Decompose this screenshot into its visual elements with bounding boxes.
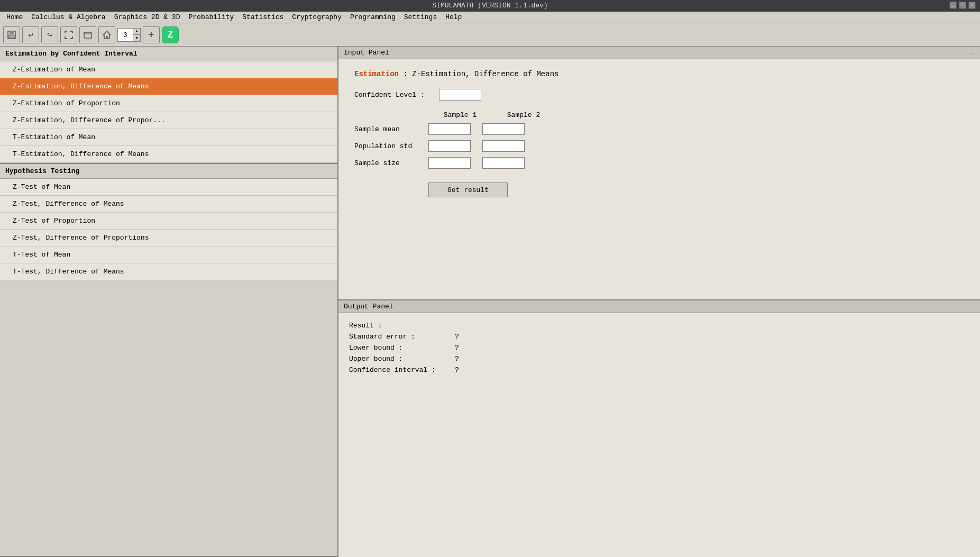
input-panel-title: Input Panel [344,49,389,57]
estimation-item-3[interactable]: Z-Estimation, Difference of Propor... [0,112,337,129]
title-bar: SIMULAMATH (VERSION 1.1.dev) _ □ ✕ [0,0,980,12]
sample-mean-label: Sample mean [354,125,428,133]
hypothesis-items: Z-Test of Mean Z-Test, Difference of Mea… [0,179,337,280]
input-panel-content: Estimation : Z-Estimation, Difference of… [338,59,980,299]
sample2-header: Sample 2 [492,111,555,119]
page-number-input[interactable]: 3 [118,29,133,41]
output-panel-minimize-icon[interactable]: — [971,304,975,310]
estimation-item-0[interactable]: Z-Estimation of Mean [0,61,337,78]
input-panel: Input Panel — Estimation : Z-Estimation,… [338,47,980,300]
fullscreen-icon [64,30,74,40]
result-header-row: Result : [349,322,969,330]
redo-button[interactable]: ↪ [41,26,58,43]
save-button[interactable] [3,26,20,43]
undo-button[interactable]: ↩ [22,26,39,43]
svg-rect-2 [9,35,14,38]
menu-probability[interactable]: Probability [184,12,238,22]
population-std-input-1[interactable] [428,140,471,152]
sample1-header: Sample 1 [428,111,492,119]
save-icon [6,30,17,40]
sample-size-row: Sample size [354,157,964,169]
estimation-form-title: Estimation : Z-Estimation, Difference of… [354,70,964,78]
svg-marker-5 [103,31,111,39]
svg-rect-3 [84,32,91,38]
estimation-section: Estimation by Confident Interval Z-Estim… [0,47,337,164]
toolbar: ↩ ↪ 3 ▲ ▼ + Z [0,23,980,47]
hypothesis-item-5[interactable]: T-Test, Difference of Means [0,263,337,280]
window-button[interactable] [79,26,96,43]
output-panel-content: Result : Standard error : ? Lower bound … [338,313,980,557]
hypothesis-item-1[interactable]: Z-Test, Difference of Means [0,196,337,213]
menu-cryptography[interactable]: Cryptography [288,12,346,22]
population-std-label: Population std [354,142,428,150]
home-icon [102,30,112,40]
hypothesis-item-0[interactable]: Z-Test of Mean [0,179,337,196]
redo-icon: ↪ [47,30,52,40]
estimation-section-header: Estimation by Confident Interval [0,47,337,61]
spinbox-arrows: ▲ ▼ [133,29,140,41]
svg-rect-1 [10,31,14,34]
output-panel: Output Panel — Result : Standard error :… [338,300,980,557]
minimize-button[interactable]: _ [949,2,957,9]
hypothesis-item-3[interactable]: Z-Test, Difference of Proportions [0,230,337,246]
app-title: SIMULAMATH (VERSION 1.1.dev) [432,2,547,10]
menu-bar: Home Calculus & Algebra Graphics 2D & 3D… [0,12,980,23]
sample-size-input-1[interactable] [428,157,471,169]
estimation-separator: : [403,70,412,78]
spin-down-button[interactable]: ▼ [133,35,140,41]
estimation-label: Estimation [354,70,399,78]
menu-help[interactable]: Help [441,12,466,22]
zulip-button[interactable]: Z [162,26,179,43]
standard-error-value: ? [455,333,459,341]
main-area: Estimation by Confident Interval Z-Estim… [0,47,980,557]
standard-error-row: Standard error : ? [349,333,969,341]
sample-mean-input-1[interactable] [428,123,471,135]
page-spinbox: 3 ▲ ▼ [117,28,141,42]
menu-settings[interactable]: Settings [400,12,441,22]
title-bar-controls: _ □ ✕ [949,2,976,9]
home-button[interactable] [98,26,115,43]
sample-size-input-2[interactable] [482,157,525,169]
fullscreen-button[interactable] [60,26,77,43]
get-result-button[interactable]: Get result [428,182,508,197]
lower-bound-key: Lower bound : [349,344,455,352]
output-panel-header: Output Panel — [338,300,980,313]
menu-statistics[interactable]: Statistics [238,12,288,22]
sample-headers: Sample 1 Sample 2 [428,111,964,119]
estimation-item-5[interactable]: T-Estimation, Difference of Means [0,146,337,163]
menu-programming[interactable]: Programming [346,12,400,22]
input-panel-minimize-icon[interactable]: — [971,50,975,56]
estimation-item-2[interactable]: Z-Estimation of Proportion [0,95,337,112]
add-tab-button[interactable]: + [143,26,160,43]
maximize-button[interactable]: □ [959,2,966,9]
undo-icon: ↩ [28,30,33,40]
menu-graphics[interactable]: Graphics 2D & 3D [110,12,185,22]
sample-mean-row: Sample mean [354,123,964,135]
population-std-input-2[interactable] [482,140,525,152]
estimation-items: Z-Estimation of Mean Z-Estimation, Diffe… [0,61,337,163]
menu-calculus[interactable]: Calculus & Algebra [27,12,109,22]
input-panel-header: Input Panel — [338,47,980,59]
zulip-icon: Z [168,30,173,40]
lower-bound-value: ? [455,344,459,352]
standard-error-key: Standard error : [349,333,455,341]
menu-home[interactable]: Home [2,12,27,22]
sample-mean-input-2[interactable] [482,123,525,135]
confidence-interval-row: Confidence interval : ? [349,366,969,374]
right-panel: Input Panel — Estimation : Z-Estimation,… [338,47,980,557]
spin-up-button[interactable]: ▲ [133,29,140,35]
confident-level-label: Confident Level : [354,91,439,99]
output-panel-title: Output Panel [344,303,393,311]
hypothesis-item-4[interactable]: T-Test of Mean [0,246,337,263]
population-std-row: Population std [354,140,964,152]
upper-bound-key: Upper bound : [349,355,455,363]
left-panel: Estimation by Confident Interval Z-Estim… [0,47,338,557]
confidence-interval-value: ? [455,366,459,374]
estimation-item-4[interactable]: T-Estimation of Mean [0,129,337,146]
estimation-type: Z-Estimation, Difference of Means [412,70,558,78]
estimation-item-1[interactable]: Z-Estimation, Difference of Means [0,78,337,95]
sample-size-label: Sample size [354,159,428,167]
hypothesis-item-2[interactable]: Z-Test of Proportion [0,213,337,230]
close-button[interactable]: ✕ [968,2,976,9]
confident-level-input[interactable] [439,89,481,101]
